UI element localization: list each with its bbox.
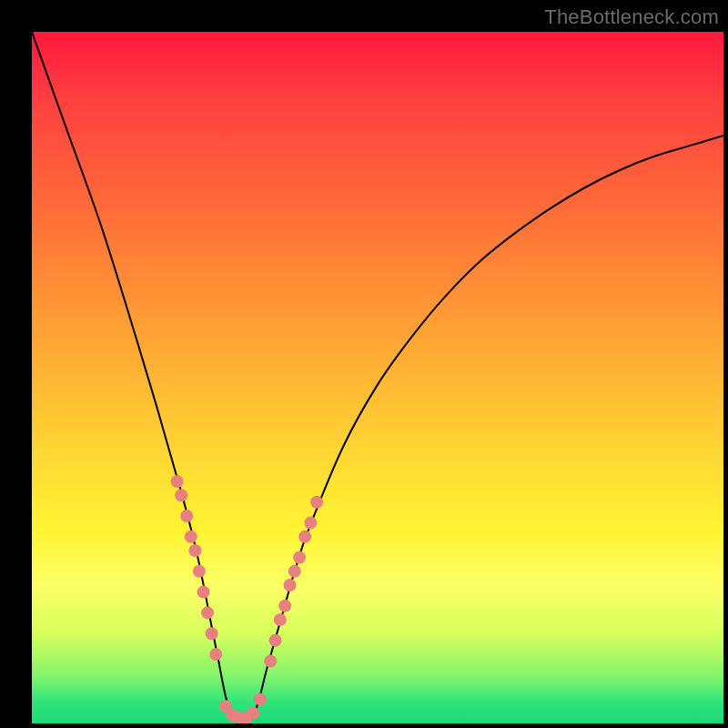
bottleneck-curve [32, 32, 723, 723]
data-point [264, 655, 277, 668]
data-point [284, 579, 297, 592]
data-point [193, 565, 206, 578]
data-point [298, 531, 311, 543]
data-point [310, 496, 323, 509]
data-point [201, 606, 214, 619]
data-point [288, 565, 301, 578]
plot-area [32, 32, 723, 723]
data-point [278, 600, 291, 612]
chart-svg [32, 32, 723, 723]
chart-frame: TheBottleneck.com [0, 0, 728, 728]
data-point [180, 510, 193, 522]
data-point [274, 613, 287, 626]
data-point [247, 707, 259, 720]
data-point [269, 634, 282, 647]
watermark-label: TheBottleneck.com [544, 5, 719, 29]
data-point [188, 544, 201, 557]
data-point [175, 489, 187, 501]
data-points [171, 475, 324, 723]
data-point [293, 551, 306, 564]
data-point [185, 531, 197, 543]
data-point [209, 648, 222, 661]
data-point [197, 586, 210, 599]
data-point [254, 693, 267, 705]
data-point [206, 627, 218, 640]
data-point [171, 475, 184, 488]
data-point [304, 517, 317, 530]
